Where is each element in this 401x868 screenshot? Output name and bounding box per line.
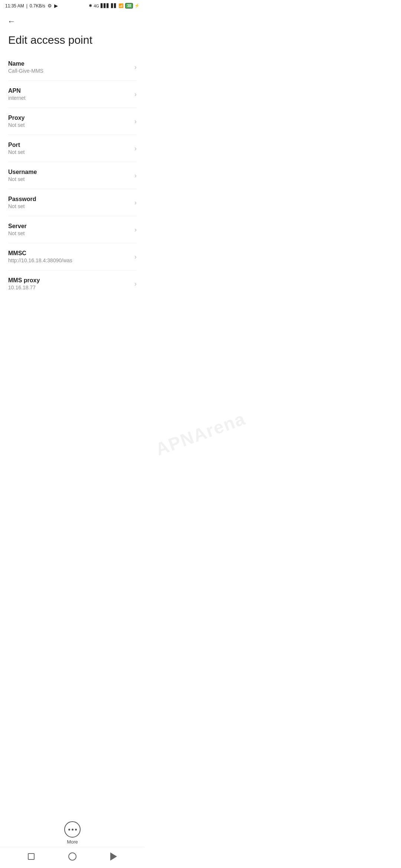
settings-item-content-4: UsernameNot set (8, 169, 131, 182)
time-display: 11:35 AM (5, 3, 24, 9)
back-arrow-icon: ← (7, 17, 16, 26)
gear-icon: ⚙ (48, 3, 52, 9)
back-button[interactable]: ← (6, 15, 17, 28)
settings-item-value-7: http://10.16.18.4:38090/was (8, 257, 131, 263)
status-left: 11:35 AM | 0.7KB/s ⚙ ▶ (5, 3, 58, 9)
settings-item-value-1: internet (8, 95, 131, 101)
wifi-icon: 📶 (118, 3, 124, 8)
chevron-right-icon-4: › (134, 172, 137, 180)
chevron-right-icon-8: › (134, 280, 137, 288)
settings-item-apn[interactable]: APNinternet› (8, 81, 137, 108)
settings-item-value-6: Not set (8, 230, 131, 236)
battery-percent: 38 (127, 4, 131, 8)
settings-item-content-7: MMSChttp://10.16.18.4:38090/was (8, 250, 131, 263)
settings-item-content-6: ServerNot set (8, 223, 131, 236)
camera-icon: ▶ (54, 3, 58, 9)
settings-item-content-3: PortNot set (8, 142, 131, 155)
chevron-right-icon-2: › (134, 118, 137, 125)
settings-item-proxy[interactable]: ProxyNot set› (8, 108, 137, 135)
settings-item-mms-proxy[interactable]: MMS proxy10.16.18.77› (8, 270, 137, 297)
settings-item-label-5: Password (8, 196, 131, 203)
settings-item-label-8: MMS proxy (8, 277, 131, 284)
network-speed-value: 0.7KB/s (30, 3, 45, 9)
settings-item-content-2: ProxyNot set (8, 115, 131, 128)
chevron-right-icon-0: › (134, 63, 137, 71)
settings-item-server[interactable]: ServerNot set› (8, 216, 137, 243)
chevron-right-icon-7: › (134, 253, 137, 261)
page-title: Edit access point (0, 30, 145, 54)
settings-item-value-5: Not set (8, 203, 131, 209)
settings-list: NameCall-Give-MMS›APNinternet›ProxyNot s… (0, 54, 145, 297)
charging-icon: ⚡ (134, 3, 140, 8)
settings-item-value-2: Not set (8, 122, 131, 128)
signal-4g-icon: 4G (94, 4, 99, 8)
settings-item-label-7: MMSC (8, 250, 131, 257)
settings-item-mmsc[interactable]: MMSChttp://10.16.18.4:38090/was› (8, 243, 137, 270)
signal-bars-icon: ▋▋▋ (101, 3, 110, 8)
settings-item-port[interactable]: PortNot set› (8, 135, 137, 162)
signal-bars2-icon: ▋▋ (111, 3, 117, 8)
chevron-right-icon-5: › (134, 199, 137, 207)
chevron-right-icon-3: › (134, 145, 137, 152)
settings-item-value-3: Not set (8, 149, 131, 155)
settings-item-value-0: Call-Give-MMS (8, 68, 131, 74)
settings-item-label-1: APN (8, 88, 131, 94)
status-bar: 11:35 AM | 0.7KB/s ⚙ ▶ ✱ 4G ▋▋▋ ▋▋ 📶 38 … (0, 0, 145, 11)
network-speed: | (26, 3, 27, 9)
status-right: ✱ 4G ▋▋▋ ▋▋ 📶 38 ⚡ (89, 3, 140, 9)
settings-item-label-3: Port (8, 142, 131, 148)
settings-item-username[interactable]: UsernameNot set› (8, 162, 137, 189)
settings-item-content-0: NameCall-Give-MMS (8, 60, 131, 74)
settings-item-content-1: APNinternet (8, 88, 131, 101)
bluetooth-icon: ✱ (89, 3, 92, 8)
chevron-right-icon-6: › (134, 226, 137, 234)
settings-item-content-5: PasswordNot set (8, 196, 131, 209)
settings-item-label-6: Server (8, 223, 131, 230)
battery-indicator: 38 (125, 3, 133, 9)
chevron-right-icon-1: › (134, 91, 137, 98)
settings-item-value-4: Not set (8, 176, 131, 182)
settings-item-name[interactable]: NameCall-Give-MMS› (8, 54, 137, 81)
back-bar: ← (0, 11, 145, 30)
settings-item-value-8: 10.16.18.77 (8, 285, 131, 290)
settings-item-password[interactable]: PasswordNot set› (8, 189, 137, 216)
settings-item-content-8: MMS proxy10.16.18.77 (8, 277, 131, 290)
settings-item-label-4: Username (8, 169, 131, 175)
settings-item-label-0: Name (8, 60, 131, 67)
settings-item-label-2: Proxy (8, 115, 131, 121)
